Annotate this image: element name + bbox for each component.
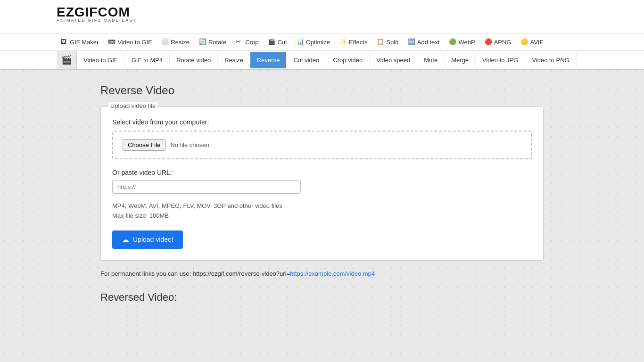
nav-item-resize-label: Resize xyxy=(171,39,190,46)
main-content: Reverse Video Upload video file Select v… xyxy=(44,84,600,304)
resize-icon: ⬜ xyxy=(161,38,169,46)
nav-item-video-to-gif-label: Video to GIF xyxy=(117,39,152,46)
subnav-cut-video[interactable]: Cut video xyxy=(287,52,326,68)
url-input[interactable] xyxy=(112,180,301,194)
nav-item-resize[interactable]: ⬜ Resize xyxy=(157,36,193,48)
upload-box-legend: Upload video file xyxy=(108,102,157,109)
subnav-video-to-jpg[interactable]: Video to JPG xyxy=(476,52,525,68)
subnav-rotate-video[interactable]: Rotate video xyxy=(170,52,218,68)
nav-item-apng-label: APNG xyxy=(494,39,512,46)
nav-item-optimize[interactable]: 📊 Optimize xyxy=(293,36,334,48)
subnav-resize[interactable]: Resize xyxy=(218,52,250,68)
nav-item-cut[interactable]: 🎬 Cut xyxy=(264,36,290,48)
subnav-crop-video[interactable]: Crop video xyxy=(326,52,370,68)
top-nav: 🖼 GIF Maker 📼 Video to GIF ⬜ Resize 🔄 Ro… xyxy=(0,33,644,51)
subnav-video-to-png[interactable]: Video to PNG xyxy=(525,52,576,68)
nav-item-gif-maker-label: GIF Maker xyxy=(70,39,99,46)
sub-nav: 🎬 Video to GIF GIF to MP4 Rotate video R… xyxy=(0,51,644,70)
nav-item-crop-label: Crop xyxy=(245,39,258,46)
upload-button[interactable]: ☁ Upload video! xyxy=(112,230,183,249)
file-input-area: Choose File No file chosen xyxy=(112,131,532,159)
perm-link-area: For permanent links you can use: https:/… xyxy=(100,270,544,277)
page-title: Reverse Video xyxy=(100,84,544,97)
max-size: Max file size: 100MB xyxy=(112,211,532,221)
subnav-merge[interactable]: Merge xyxy=(445,52,476,68)
subnav-video-speed[interactable]: Video speed xyxy=(370,52,417,68)
crop-icon: ✂ xyxy=(236,38,243,46)
video-to-gif-icon: 📼 xyxy=(108,38,116,46)
perm-link-example[interactable]: https://example.com/video.mp4 xyxy=(290,270,375,277)
subnav-gif-to-mp4[interactable]: GIF to MP4 xyxy=(125,52,170,68)
upload-btn-label: Upload video! xyxy=(133,236,173,243)
cut-icon: 🎬 xyxy=(268,38,275,46)
nav-item-effects[interactable]: ✨ Effects xyxy=(336,36,372,48)
nav-item-avif-label: AVIF xyxy=(530,39,543,46)
file-chosen-text: No file chosen xyxy=(170,141,209,148)
webp-icon: 🟢 xyxy=(449,38,456,46)
nav-item-webp-label: WebP xyxy=(458,39,475,46)
perm-link-prefix: For permanent links you can use: https:/… xyxy=(100,270,290,277)
reversed-video-title: Reversed Video: xyxy=(100,291,544,304)
header: EZGIFCOM ANIMATED GIFS MADE EASY xyxy=(0,0,644,33)
nav-item-webp[interactable]: 🟢 WebP xyxy=(445,36,479,48)
subnav-video-to-gif[interactable]: Video to GIF xyxy=(77,52,125,68)
nav-item-cut-label: Cut xyxy=(277,39,287,46)
logo-text: EZGIFCOM xyxy=(57,5,130,19)
apng-icon: 🔴 xyxy=(485,38,492,46)
nav-item-gif-maker[interactable]: 🖼 GIF Maker xyxy=(57,36,102,48)
nav-item-optimize-label: Optimize xyxy=(306,39,330,46)
logo-subtext: ANIMATED GIFS MADE EASY xyxy=(57,18,587,23)
upload-box: Upload video file Select video from your… xyxy=(100,107,544,261)
nav-item-avif[interactable]: 🟡 AVIF xyxy=(517,36,547,48)
nav-item-rotate[interactable]: 🔄 Rotate xyxy=(195,36,230,48)
nav-item-split[interactable]: 📋 Split xyxy=(373,36,402,48)
gif-maker-icon: 🖼 xyxy=(60,38,68,46)
optimize-icon: 📊 xyxy=(297,38,304,46)
file-info: MP4, WebM, AVI, MPEG, FLV, MOV, 3GP and … xyxy=(112,201,532,221)
subnav-mute[interactable]: Mute xyxy=(417,52,445,68)
choose-file-button[interactable]: Choose File xyxy=(123,139,165,151)
nav-item-add-text-label: Add text xyxy=(417,39,440,46)
nav-item-apng[interactable]: 🔴 APNG xyxy=(481,36,515,48)
url-label: Or paste video URL: xyxy=(112,169,532,176)
nav-item-split-label: Split xyxy=(386,39,398,46)
nav-item-effects-label: Effects xyxy=(349,39,368,46)
logo-area: EZGIFCOM ANIMATED GIFS MADE EASY xyxy=(57,5,587,23)
add-text-icon: 🔤 xyxy=(408,38,415,46)
video-tools-icon: 🎬 xyxy=(57,51,77,69)
file-formats: MP4, WebM, AVI, MPEG, FLV, MOV, 3GP and … xyxy=(112,201,532,211)
nav-item-rotate-label: Rotate xyxy=(208,39,226,46)
effects-icon: ✨ xyxy=(339,38,347,46)
nav-item-video-to-gif[interactable]: 📼 Video to GIF xyxy=(104,36,156,48)
select-label: Select video from your computer: xyxy=(112,118,532,126)
nav-item-crop[interactable]: ✂ Crop xyxy=(232,36,262,48)
split-icon: 📋 xyxy=(377,38,384,46)
nav-item-add-text[interactable]: 🔤 Add text xyxy=(404,36,444,48)
upload-icon: ☁ xyxy=(122,235,129,244)
subnav-reverse[interactable]: Reverse xyxy=(250,52,287,68)
avif-icon: 🟡 xyxy=(520,38,528,46)
rotate-icon: 🔄 xyxy=(199,38,206,46)
